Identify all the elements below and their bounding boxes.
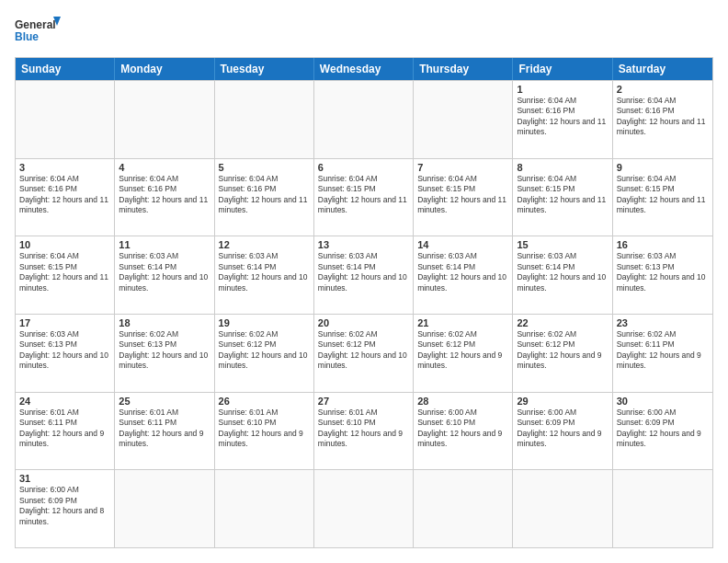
weekday-header-friday: Friday	[513, 58, 612, 80]
calendar-row-4: 24Sunrise: 6:01 AM Sunset: 6:11 PM Dayli…	[16, 392, 712, 470]
day-cell-11: 11Sunrise: 6:03 AM Sunset: 6:14 PM Dayli…	[115, 236, 214, 314]
day-cell-31: 31Sunrise: 6:00 AM Sunset: 6:09 PM Dayli…	[16, 470, 115, 547]
logo: General Blue	[15, 15, 61, 48]
day-number: 20	[318, 317, 409, 328]
day-number: 18	[119, 317, 210, 328]
day-number: 14	[417, 239, 508, 250]
day-cell-20: 20Sunrise: 6:02 AM Sunset: 6:12 PM Dayli…	[314, 315, 414, 392]
day-cell-17: 17Sunrise: 6:03 AM Sunset: 6:13 PM Dayli…	[16, 315, 115, 392]
calendar-row-3: 17Sunrise: 6:03 AM Sunset: 6:13 PM Dayli…	[16, 314, 712, 392]
day-info: Sunrise: 6:01 AM Sunset: 6:11 PM Dayligh…	[119, 408, 210, 450]
day-number: 19	[219, 317, 310, 328]
day-info: Sunrise: 6:01 AM Sunset: 6:11 PM Dayligh…	[19, 408, 110, 450]
empty-cell	[215, 470, 314, 547]
day-cell-10: 10Sunrise: 6:04 AM Sunset: 6:15 PM Dayli…	[16, 236, 115, 314]
day-info: Sunrise: 6:04 AM Sunset: 6:15 PM Dayligh…	[517, 174, 608, 216]
day-number: 25	[119, 396, 210, 407]
day-number: 12	[219, 239, 310, 250]
svg-text:General: General	[15, 18, 56, 31]
day-info: Sunrise: 6:00 AM Sunset: 6:09 PM Dayligh…	[617, 408, 709, 450]
day-info: Sunrise: 6:03 AM Sunset: 6:14 PM Dayligh…	[517, 251, 608, 293]
day-cell-2: 2Sunrise: 6:04 AM Sunset: 6:16 PM Daylig…	[613, 81, 712, 158]
day-cell-26: 26Sunrise: 6:01 AM Sunset: 6:10 PM Dayli…	[215, 393, 314, 470]
day-info: Sunrise: 6:01 AM Sunset: 6:10 PM Dayligh…	[219, 408, 310, 450]
day-number: 5	[219, 162, 310, 173]
day-cell-9: 9Sunrise: 6:04 AM Sunset: 6:15 PM Daylig…	[613, 159, 712, 236]
empty-cell	[414, 470, 513, 547]
calendar-header: SundayMondayTuesdayWednesdayThursdayFrid…	[16, 58, 712, 80]
day-info: Sunrise: 6:02 AM Sunset: 6:13 PM Dayligh…	[119, 329, 210, 372]
weekday-header-saturday: Saturday	[613, 58, 712, 80]
generalblue-logo-icon: General Blue	[15, 15, 61, 48]
day-cell-1: 1Sunrise: 6:04 AM Sunset: 6:16 PM Daylig…	[513, 81, 612, 158]
day-cell-29: 29Sunrise: 6:00 AM Sunset: 6:09 PM Dayli…	[513, 393, 612, 470]
weekday-header-monday: Monday	[115, 58, 214, 80]
day-number: 17	[19, 317, 110, 328]
header: General Blue	[15, 15, 713, 48]
day-info: Sunrise: 6:04 AM Sunset: 6:16 PM Dayligh…	[517, 96, 608, 138]
day-info: Sunrise: 6:02 AM Sunset: 6:12 PM Dayligh…	[219, 329, 310, 372]
day-info: Sunrise: 6:04 AM Sunset: 6:15 PM Dayligh…	[318, 174, 409, 216]
day-number: 30	[617, 396, 709, 407]
empty-cell	[314, 470, 414, 547]
day-number: 3	[19, 162, 110, 173]
day-cell-3: 3Sunrise: 6:04 AM Sunset: 6:16 PM Daylig…	[16, 159, 115, 236]
day-info: Sunrise: 6:04 AM Sunset: 6:15 PM Dayligh…	[19, 251, 110, 293]
weekday-header-wednesday: Wednesday	[314, 58, 414, 80]
day-number: 11	[119, 239, 210, 250]
day-number: 31	[19, 473, 110, 484]
day-cell-25: 25Sunrise: 6:01 AM Sunset: 6:11 PM Dayli…	[115, 393, 214, 470]
day-cell-15: 15Sunrise: 6:03 AM Sunset: 6:14 PM Dayli…	[513, 236, 612, 314]
day-number: 13	[318, 239, 409, 250]
day-info: Sunrise: 6:04 AM Sunset: 6:16 PM Dayligh…	[19, 174, 110, 216]
empty-cell	[314, 81, 414, 158]
day-number: 23	[617, 317, 709, 328]
calendar-row-5: 31Sunrise: 6:00 AM Sunset: 6:09 PM Dayli…	[16, 469, 712, 547]
day-number: 29	[517, 396, 608, 407]
empty-cell	[215, 81, 314, 158]
empty-cell	[115, 81, 214, 158]
day-info: Sunrise: 6:03 AM Sunset: 6:14 PM Dayligh…	[318, 251, 409, 293]
day-cell-12: 12Sunrise: 6:03 AM Sunset: 6:14 PM Dayli…	[215, 236, 314, 314]
day-cell-23: 23Sunrise: 6:02 AM Sunset: 6:11 PM Dayli…	[613, 315, 712, 392]
day-cell-27: 27Sunrise: 6:01 AM Sunset: 6:10 PM Dayli…	[314, 393, 414, 470]
calendar-body: 1Sunrise: 6:04 AM Sunset: 6:16 PM Daylig…	[16, 80, 712, 547]
day-number: 8	[517, 162, 608, 173]
day-number: 24	[19, 396, 110, 407]
day-number: 26	[219, 396, 310, 407]
day-info: Sunrise: 6:01 AM Sunset: 6:10 PM Dayligh…	[318, 408, 409, 450]
day-cell-16: 16Sunrise: 6:03 AM Sunset: 6:13 PM Dayli…	[613, 236, 712, 314]
day-cell-6: 6Sunrise: 6:04 AM Sunset: 6:15 PM Daylig…	[314, 159, 414, 236]
weekday-header-thursday: Thursday	[414, 58, 513, 80]
empty-cell	[513, 470, 612, 547]
day-info: Sunrise: 6:04 AM Sunset: 6:15 PM Dayligh…	[617, 174, 709, 216]
day-info: Sunrise: 6:03 AM Sunset: 6:14 PM Dayligh…	[119, 251, 210, 293]
svg-text:Blue: Blue	[15, 30, 39, 43]
day-info: Sunrise: 6:03 AM Sunset: 6:14 PM Dayligh…	[417, 251, 508, 293]
empty-cell	[16, 81, 115, 158]
day-cell-4: 4Sunrise: 6:04 AM Sunset: 6:16 PM Daylig…	[115, 159, 214, 236]
day-info: Sunrise: 6:02 AM Sunset: 6:11 PM Dayligh…	[617, 329, 709, 372]
day-number: 9	[617, 162, 709, 173]
day-info: Sunrise: 6:00 AM Sunset: 6:09 PM Dayligh…	[19, 485, 110, 527]
day-cell-13: 13Sunrise: 6:03 AM Sunset: 6:14 PM Dayli…	[314, 236, 414, 314]
weekday-header-sunday: Sunday	[16, 58, 115, 80]
day-number: 27	[318, 396, 409, 407]
page: General Blue SundayMondayTuesdayWednesda…	[0, 0, 728, 563]
calendar: SundayMondayTuesdayWednesdayThursdayFrid…	[15, 57, 713, 548]
calendar-row-1: 3Sunrise: 6:04 AM Sunset: 6:16 PM Daylig…	[16, 158, 712, 236]
day-cell-18: 18Sunrise: 6:02 AM Sunset: 6:13 PM Dayli…	[115, 315, 214, 392]
day-info: Sunrise: 6:02 AM Sunset: 6:12 PM Dayligh…	[417, 329, 508, 372]
day-number: 16	[617, 239, 709, 250]
day-cell-24: 24Sunrise: 6:01 AM Sunset: 6:11 PM Dayli…	[16, 393, 115, 470]
day-cell-19: 19Sunrise: 6:02 AM Sunset: 6:12 PM Dayli…	[215, 315, 314, 392]
day-info: Sunrise: 6:02 AM Sunset: 6:12 PM Dayligh…	[517, 329, 608, 372]
day-cell-21: 21Sunrise: 6:02 AM Sunset: 6:12 PM Dayli…	[414, 315, 513, 392]
day-cell-14: 14Sunrise: 6:03 AM Sunset: 6:14 PM Dayli…	[414, 236, 513, 314]
day-number: 7	[417, 162, 508, 173]
empty-cell	[414, 81, 513, 158]
day-info: Sunrise: 6:03 AM Sunset: 6:13 PM Dayligh…	[617, 251, 709, 293]
day-info: Sunrise: 6:04 AM Sunset: 6:16 PM Dayligh…	[119, 174, 210, 216]
day-info: Sunrise: 6:00 AM Sunset: 6:10 PM Dayligh…	[417, 408, 508, 450]
day-number: 2	[617, 84, 709, 95]
